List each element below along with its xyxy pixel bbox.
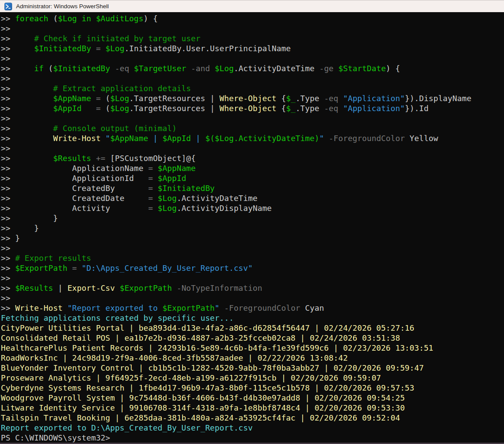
code-segment: $Results <box>53 154 92 163</box>
code-segment: >> <box>1 84 15 93</box>
terminal-line: >> ApplicationId = $AppId <box>1 173 503 183</box>
code-segment: $Log <box>105 44 124 53</box>
code-segment: HealthcarePlus Patient Records | 24293b1… <box>1 343 433 352</box>
terminal-line: RoadWorksInc | 24c98d19-2f9a-4006-8ced-3… <box>1 353 503 363</box>
code-segment: $Log <box>110 104 129 113</box>
terminal-line: Fetching applications created by specifi… <box>1 313 503 323</box>
code-segment <box>15 104 53 113</box>
code-segment: $Log <box>158 194 177 203</box>
code-segment: $AppId <box>53 104 82 113</box>
code-segment: foreach <box>15 14 53 23</box>
code-segment: ( <box>53 14 58 23</box>
code-segment: -eq <box>110 64 134 73</box>
code-segment: # Check if initiated by target user <box>15 34 200 43</box>
code-segment <box>15 44 34 53</box>
terminal-line: >> <box>1 53 503 63</box>
code-segment: = <box>148 174 158 183</box>
code-segment: # Console output (minimal) <box>15 124 177 133</box>
code-segment: CreatedDate <box>15 194 148 203</box>
code-segment: $($Log.ActivityDateTime) <box>205 134 319 143</box>
code-segment: } <box>15 224 39 233</box>
code-segment: >> <box>1 154 15 163</box>
code-segment: | <box>191 134 205 143</box>
code-segment: ( <box>105 104 110 113</box>
code-segment: ApplicationName <box>15 164 148 173</box>
terminal-line: >> } <box>1 213 503 223</box>
code-segment: Activity <box>15 204 148 213</box>
code-segment: >> <box>1 263 15 273</box>
code-segment: >> <box>1 273 10 283</box>
code-segment: >> <box>1 184 15 193</box>
code-segment: | <box>148 134 163 143</box>
code-segment: += <box>91 154 110 163</box>
code-segment: CityPower Utilities Portal | bea893d4-d1… <box>1 323 414 332</box>
code-segment: $AppName <box>53 94 92 103</box>
code-segment: >> <box>1 194 15 203</box>
code-segment: $StartDate <box>338 64 386 73</box>
terminal-line: >> <box>1 243 503 253</box>
code-segment: >> <box>1 24 10 33</box>
code-segment: >> <box>1 214 15 223</box>
code-segment: "Application" <box>343 94 405 103</box>
code-segment: >> <box>1 224 15 233</box>
code-segment: [PSCustomObject]@{ <box>110 154 196 163</box>
code-segment: Woodgrove Payroll System | 9c75448d-b36f… <box>1 393 405 402</box>
powershell-icon <box>4 3 12 10</box>
code-segment: -ForegroundColor <box>324 134 409 143</box>
code-segment: = <box>82 104 105 113</box>
code-segment: BlueYonder Inventory Control | cb1b5c1b-… <box>1 363 424 372</box>
code-segment: $ExportPath <box>15 263 68 273</box>
code-segment: ) { <box>144 14 158 23</box>
code-segment: >> <box>1 44 15 53</box>
code-segment: Yellow <box>409 134 438 143</box>
code-segment: # Export results <box>15 253 91 263</box>
code-segment: Fetching applications created by specifi… <box>1 313 234 322</box>
code-segment: $AppId <box>158 174 187 183</box>
code-segment: $ExportPath <box>163 303 215 312</box>
code-segment: >> <box>1 64 15 73</box>
terminal-line: Tailspin Travel Booking | 6e285daa-381b-… <box>1 413 503 423</box>
powershell-window: Administrator: Windows PowerShell >> for… <box>0 0 504 444</box>
code-segment: $ExportPath <box>120 283 172 293</box>
terminal-line: >> CreatedDate = $Log.ActivityDateTime <box>1 193 503 203</box>
terminal-line: Proseware Analytics | 9f64925f-2ecd-48eb… <box>1 373 503 383</box>
code-segment: } <box>15 234 20 243</box>
terminal-line: Report exported to D:\Apps_Created_By_Us… <box>1 423 503 433</box>
code-segment: .InitiatedBy.User.UserPrincipalName <box>124 44 291 53</box>
title-bar[interactable]: Administrator: Windows PowerShell <box>0 0 504 12</box>
terminal-line: CityPower Utilities Portal | bea893d4-d1… <box>1 323 503 333</box>
window-title: Administrator: Windows PowerShell <box>16 3 109 10</box>
code-segment: $AppId <box>163 134 191 143</box>
code-segment: .Id <box>414 104 429 113</box>
code-segment: { <box>281 94 286 103</box>
terminal-line: >> Activity = $Log.ActivityDisplayName <box>1 203 503 213</box>
code-segment: Proseware Analytics | 9f64925f-2ecd-48eb… <box>1 373 381 382</box>
code-segment: $InitiatedBy <box>53 64 110 73</box>
code-segment: if <box>34 64 49 73</box>
code-segment: = <box>148 194 158 203</box>
code-segment: $TargetUser <box>134 64 187 73</box>
code-segment: = <box>91 94 105 103</box>
code-segment <box>15 154 53 163</box>
code-segment: >> <box>1 104 15 113</box>
code-segment: { <box>281 104 286 113</box>
code-segment: $AuditLogs <box>96 14 144 23</box>
terminal-line: Woodgrove Payroll System | 9c75448d-b36f… <box>1 393 503 403</box>
code-segment: .ActivityDateTime <box>177 194 257 203</box>
terminal-line: Litware Identity Service | 99106708-314f… <box>1 403 503 413</box>
code-segment: >> <box>1 253 15 263</box>
code-segment: .ActivityDateTime <box>234 64 314 73</box>
terminal-screen[interactable]: >> foreach ($Log in $AuditLogs) {>>>> # … <box>0 12 504 443</box>
code-segment <box>15 64 34 73</box>
terminal-line: Consolidated Retail POS | ea1b7e2b-d936-… <box>1 333 503 343</box>
terminal-line: >> <box>1 143 503 153</box>
code-segment: Write-Host <box>15 303 68 312</box>
terminal-line: >> # Extract application details <box>1 83 503 93</box>
code-segment: ( <box>105 94 110 103</box>
terminal-line: >> # Console output (minimal) <box>1 123 503 133</box>
code-segment: >> <box>1 14 15 23</box>
code-segment: $_ <box>286 104 295 113</box>
code-segment: $Log <box>110 94 129 103</box>
code-segment: " <box>105 134 110 143</box>
code-segment: = <box>148 164 158 173</box>
